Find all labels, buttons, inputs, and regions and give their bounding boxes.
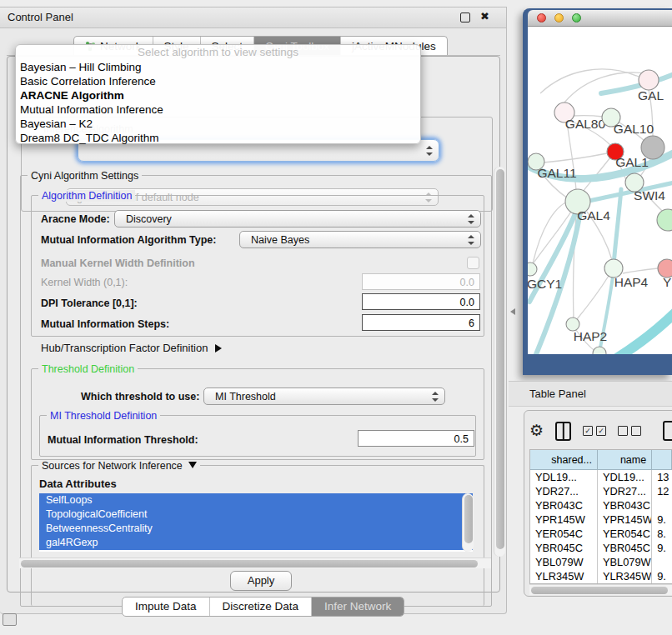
minimize-window-icon[interactable] — [554, 13, 564, 22]
mi-steps-field[interactable]: 6 — [362, 314, 480, 331]
zoom-window-icon[interactable] — [572, 13, 581, 22]
node-gal80-label: GAL80 — [565, 117, 606, 131]
collapse-down-icon — [188, 462, 197, 468]
table-cell: YER054C — [530, 527, 598, 541]
table-row[interactable]: YPR145WYPR145W9. — [530, 512, 672, 527]
node-green-right[interactable] — [657, 209, 672, 231]
settings-vertical-scrollbar[interactable] — [494, 167, 505, 557]
export-table-icon[interactable] — [663, 421, 672, 441]
algorithm-option[interactable]: Mutual Information Inference — [16, 102, 420, 117]
mi-threshold-group-title: MI Threshold Definition — [47, 410, 160, 422]
column-header[interactable]: shared... — [530, 450, 598, 470]
close-panel-icon[interactable]: ✖ — [480, 10, 489, 22]
hub-definition-label: Hub/Transcription Factor Definition — [41, 342, 208, 354]
float-panel-icon[interactable] — [460, 12, 470, 22]
panel-collapse-arrow-icon[interactable] — [510, 308, 515, 315]
node-bottom[interactable] — [593, 347, 606, 354]
table-row[interactable]: YBR045CYBR045C9. — [530, 541, 672, 555]
aracne-mode-combo[interactable]: Discovery — [114, 210, 481, 228]
attribute-item[interactable]: SelfLoops — [39, 493, 473, 508]
node-gal10-label: GAL10 — [614, 122, 654, 136]
table-cell: YLR345W — [530, 569, 598, 583]
table-row[interactable]: YDL19...YDL19...13 — [530, 470, 672, 484]
which-threshold-value: MI Threshold — [215, 391, 276, 402]
table-horizontal-scrollbar[interactable] — [529, 584, 672, 595]
control-panel-title: Control Panel — [8, 11, 73, 23]
table-cell: 9. — [652, 541, 672, 555]
select-all-checks-icon[interactable]: ✓✓ — [583, 426, 606, 436]
network-window-titlebar — [528, 10, 672, 27]
algorithm-option[interactable]: Basic Correlation Inference — [16, 74, 420, 88]
dpi-tolerance-label: DPI Tolerance [0,1]: — [41, 298, 138, 309]
manual-kernel-width-checkbox[interactable] — [467, 257, 479, 269]
algorithm-definition-title: Algorithm Definition — [38, 190, 135, 202]
table-cell: YBR045C — [530, 541, 598, 555]
attributes-scrollbar[interactable] — [462, 493, 474, 552]
aracne-mode-label: Aracne Mode: — [41, 213, 110, 225]
table-cell — [652, 498, 672, 512]
tab-infer-network[interactable]: Infer Network — [312, 598, 404, 616]
table-row[interactable]: YLR345WYLR345W9. — [530, 569, 672, 583]
table-cell: YDR27... — [530, 484, 598, 498]
mi-steps-label: Mutual Information Steps: — [41, 318, 169, 330]
column-header[interactable] — [652, 450, 672, 470]
column-header[interactable]: name — [598, 450, 652, 470]
table-cell — [652, 555, 672, 569]
table-cell: 9. — [652, 512, 672, 527]
tab-discretize-data[interactable]: Discretize Data — [210, 598, 313, 616]
node-gal11-label: GAL11 — [537, 166, 576, 180]
algorithm-option[interactable]: ARACNE Algorithm — [16, 88, 420, 102]
node-top-pink-label: GAL — [638, 88, 664, 102]
table-cell: YPR145W — [598, 512, 652, 527]
table-cell: YBR043C — [530, 498, 598, 512]
tab-impute-data[interactable]: Impute Data — [123, 598, 210, 616]
node-table[interactable]: shared...name YDL19...YDL19...13YDR27...… — [529, 449, 672, 584]
mi-threshold-field[interactable]: 0.5 — [358, 430, 474, 447]
table-cell: 8. — [652, 527, 672, 541]
hub-definition-expander[interactable]: Hub/Transcription Factor Definition — [41, 342, 222, 354]
minimized-panel-icon[interactable] — [3, 613, 17, 626]
dpi-tolerance-field[interactable]: 0.0 — [362, 293, 480, 310]
stepper-icon — [468, 214, 474, 224]
table-cell: 9. — [652, 569, 672, 583]
table-cell: YDL19... — [530, 470, 598, 484]
table-cell: YER054C — [598, 527, 652, 541]
node-gcy1[interactable] — [528, 262, 537, 276]
algorithm-option[interactable]: Bayesian – K2 — [16, 117, 420, 131]
table-row[interactable]: YDR27...YDR27...12 — [530, 484, 672, 498]
stepper-icon — [468, 235, 474, 245]
expand-right-icon — [215, 344, 222, 352]
table-cell: YBR045C — [598, 541, 652, 555]
network-canvas[interactable]: GALGAL80GAL10GAL1GAL11SWI4GAL4GCY1HAP4YH… — [528, 27, 672, 354]
deselect-all-checks-icon[interactable] — [618, 426, 641, 436]
sources-title: Sources for Network Inference — [42, 460, 183, 472]
apply-button[interactable]: Apply — [230, 571, 292, 591]
sources-expander[interactable]: Sources for Network Inference — [38, 460, 200, 472]
mi-algorithm-type-combo[interactable]: Naive Bayes — [239, 231, 481, 248]
network-view-window: GALGAL80GAL10GAL1GAL11SWI4GAL4GCY1HAP4YH… — [523, 8, 672, 375]
mi-threshold-label: Mutual Information Threshold: — [48, 434, 198, 446]
table-cell: 13 — [652, 470, 672, 484]
settings-horizontal-scrollbar[interactable] — [19, 558, 491, 568]
aracne-mode-value: Discovery — [126, 213, 172, 225]
node-gray[interactable] — [641, 136, 664, 159]
close-window-icon[interactable] — [537, 13, 546, 22]
table-row[interactable]: YBL079WYBL079W — [530, 555, 672, 569]
attribute-item[interactable]: TopologicalCoefficient — [39, 508, 473, 522]
cyni-algorithm-settings-title: Cyni Algorithm Settings — [28, 170, 142, 182]
algorithm-option[interactable]: Bayesian – Hill Climbing — [16, 60, 420, 74]
table-row[interactable]: YER054CYER054C8. — [530, 527, 672, 541]
node-top-pink[interactable] — [639, 70, 659, 90]
table-row[interactable]: YBR043CYBR043C — [530, 498, 672, 512]
table-header-row[interactable]: shared...name — [530, 450, 672, 470]
gear-icon[interactable]: ⚙ — [529, 422, 544, 439]
columns-icon[interactable] — [555, 422, 571, 441]
network-nodes[interactable]: GALGAL80GAL10GAL1GAL11SWI4GAL4GCY1HAP4YH… — [528, 70, 672, 354]
attribute-item[interactable]: BetweennessCentrality — [39, 522, 473, 536]
table-cell: YBL079W — [530, 555, 598, 569]
attribute-item[interactable]: gal4RGexp — [39, 536, 473, 550]
algorithm-option[interactable]: Dream8 DC_TDC Algorithm — [16, 131, 420, 145]
which-threshold-combo[interactable]: MI Threshold — [203, 388, 445, 405]
mi-algorithm-type-value: Naive Bayes — [251, 234, 309, 246]
data-attributes-list[interactable]: SelfLoopsTopologicalCoefficientBetweenne… — [39, 493, 473, 552]
